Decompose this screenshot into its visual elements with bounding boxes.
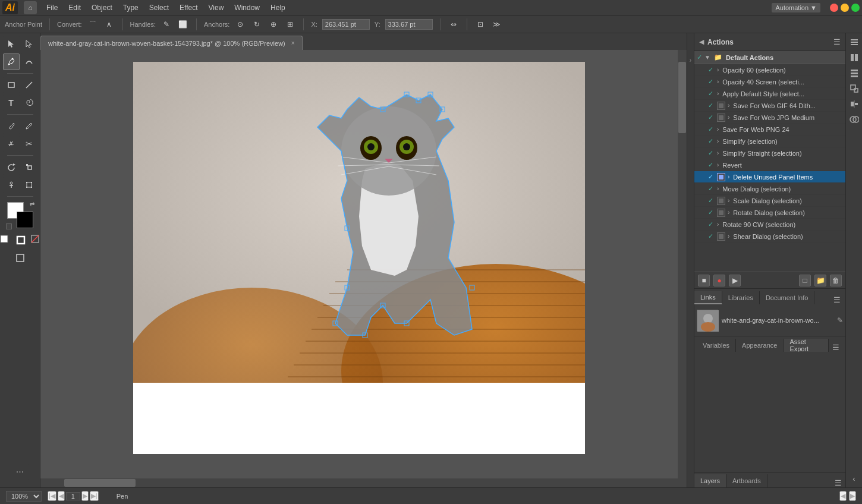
- transform-btn[interactable]: ⊡: [474, 18, 486, 30]
- menu-object[interactable]: Object: [87, 2, 117, 13]
- appearance-tab[interactable]: Appearance: [736, 339, 784, 352]
- more-tools-btn[interactable]: ···: [12, 464, 29, 480]
- puppet-warp-btn[interactable]: [3, 177, 20, 193]
- scale-tool-btn[interactable]: [21, 159, 37, 175]
- default-colors-icon[interactable]: [6, 223, 12, 229]
- convert-smooth-btn[interactable]: ⌒: [87, 18, 99, 30]
- curvature-tool-btn[interactable]: [21, 53, 37, 70]
- libraries-strip-btn[interactable]: [848, 51, 861, 64]
- swap-colors-icon[interactable]: ⇄: [30, 201, 34, 207]
- action-item-13[interactable]: ✓ › Rotate 90 CW (selection): [694, 219, 845, 231]
- scissors-tool-btn[interactable]: ✂: [21, 136, 37, 152]
- constrain-btn[interactable]: ⇔: [448, 18, 460, 30]
- action-item-0[interactable]: ✓ › Opacity 60 (selection): [694, 64, 845, 76]
- document-tab[interactable]: white-and-gray-cat-in-brown-woven-basket…: [40, 36, 303, 50]
- align-strip-btn[interactable]: [848, 97, 861, 111]
- eraser-tool-btn[interactable]: ✗: [3, 136, 20, 152]
- direct-selection-tool-btn[interactable]: [21, 36, 37, 52]
- fill-icon[interactable]: [0, 233, 11, 246]
- page-number-input[interactable]: [66, 492, 80, 500]
- free-transform-btn[interactable]: [21, 177, 37, 193]
- tab-close-btn[interactable]: ×: [291, 40, 295, 46]
- links-panel-menu-btn[interactable]: ☰: [829, 295, 845, 304]
- action-item-10[interactable]: ✓ › Move Dialog (selection): [694, 183, 845, 195]
- background-color[interactable]: [17, 212, 33, 228]
- first-page-btn[interactable]: |◀: [48, 491, 56, 501]
- action-item-1[interactable]: ✓ › Opacity 40 Screen (selecti...: [694, 76, 845, 88]
- action-item-4[interactable]: ✓ › Save For Web JPG Medium: [694, 112, 845, 124]
- pencil-tool-btn[interactable]: [21, 118, 37, 134]
- action-item-8[interactable]: ✓ › Revert: [694, 159, 845, 171]
- panel-collapse-strip[interactable]: ›: [687, 33, 694, 487]
- collapse-strip-btn[interactable]: ‹: [848, 472, 861, 485]
- paintbrush-tool-btn[interactable]: [3, 118, 20, 134]
- bottom-panel-menu-btn[interactable]: ☰: [829, 343, 843, 352]
- window-maximize-btn[interactable]: [851, 4, 860, 12]
- convert-corner-btn[interactable]: ∧: [103, 18, 115, 30]
- anchors-btn1[interactable]: ⊙: [234, 18, 246, 30]
- stroke-icon[interactable]: [14, 233, 27, 246]
- document-info-tab[interactable]: Document Info: [760, 291, 815, 304]
- anchors-btn3[interactable]: ⊕: [268, 18, 279, 30]
- home-icon[interactable]: ⌂: [24, 1, 37, 14]
- actions-group-header[interactable]: ✓ ▼ 📁 Default Actions: [694, 51, 845, 64]
- properties-strip-btn[interactable]: [848, 36, 861, 49]
- menu-view[interactable]: View: [204, 2, 229, 13]
- action-item-9[interactable]: ✓ › Delete Unused Panel Items: [694, 171, 845, 183]
- x-input[interactable]: [322, 19, 370, 30]
- record-btn[interactable]: ●: [713, 275, 725, 286]
- menu-effect[interactable]: Effect: [175, 2, 202, 13]
- new-set-btn[interactable]: 📁: [814, 275, 826, 286]
- menu-file[interactable]: File: [42, 2, 62, 13]
- selection-tool-btn[interactable]: [3, 36, 20, 52]
- actions-list-scroll[interactable]: ✓ ▼ 📁 Default Actions ✓ › Opacity 60 (se…: [694, 51, 845, 272]
- new-action-btn[interactable]: □: [799, 275, 811, 286]
- layers-strip-btn[interactable]: [848, 67, 861, 80]
- asset-export-tab[interactable]: Asset Export: [784, 339, 829, 352]
- libraries-tab[interactable]: Libraries: [722, 291, 760, 304]
- action-item-11[interactable]: ✓ › Scale Dialog (selection): [694, 195, 845, 207]
- anchors-rotate-btn[interactable]: ↻: [251, 18, 263, 30]
- variables-tab[interactable]: Variables: [697, 339, 736, 352]
- window-minimize-btn[interactable]: [841, 4, 849, 12]
- play-btn[interactable]: ▶: [729, 275, 741, 286]
- next-page-btn[interactable]: ▶: [81, 491, 89, 501]
- delete-action-btn[interactable]: 🗑: [830, 275, 842, 286]
- actions-panel-collapse-btn[interactable]: ◀: [699, 38, 704, 46]
- window-close-btn[interactable]: [830, 4, 838, 12]
- horizontal-scrollbar[interactable]: [40, 478, 678, 487]
- last-page-btn[interactable]: ▶|: [90, 491, 99, 501]
- workspace-selector[interactable]: Automation ▼: [772, 3, 820, 12]
- artboard[interactable]: [133, 62, 585, 454]
- pathfinder-strip-btn[interactable]: [848, 113, 861, 126]
- pen-tool-btn[interactable]: [3, 53, 20, 70]
- menu-edit[interactable]: Edit: [64, 2, 86, 13]
- artboards-tab[interactable]: Artboards: [726, 474, 767, 487]
- action-item-2[interactable]: ✓ › Apply Default Style (select...: [694, 88, 845, 100]
- menu-help[interactable]: Help: [266, 2, 290, 13]
- zoom-select[interactable]: 100%: [6, 491, 42, 502]
- action-item-5[interactable]: ✓ › Save For Web PNG 24: [694, 124, 845, 136]
- canvas-scroll-area[interactable]: [40, 50, 687, 487]
- action-item-12[interactable]: ✓ › Rotate Dialog (selection): [694, 207, 845, 219]
- anchors-grid-btn[interactable]: ⊞: [284, 18, 296, 30]
- action-item-7[interactable]: ✓ › Simplify Straight (selection): [694, 147, 845, 159]
- stop-btn[interactable]: ■: [698, 275, 710, 286]
- status-forward-btn[interactable]: ▶: [849, 491, 856, 501]
- handles-btn1[interactable]: ✎: [161, 18, 172, 30]
- links-tab[interactable]: Links: [694, 291, 722, 304]
- rectangle-tool-btn[interactable]: [3, 77, 20, 93]
- menu-select[interactable]: Select: [144, 2, 174, 13]
- menu-window[interactable]: Window: [229, 2, 265, 13]
- y-input[interactable]: [385, 19, 433, 30]
- menu-type[interactable]: Type: [118, 2, 143, 13]
- change-screen-mode-btn[interactable]: [12, 250, 29, 266]
- group-expand-icon[interactable]: ▼: [704, 54, 710, 61]
- action-item-14[interactable]: ✓ › Shear Dialog (selection): [694, 231, 845, 242]
- transform-strip-btn[interactable]: [848, 82, 861, 95]
- rotate-tool-btn[interactable]: [3, 159, 20, 175]
- actions-panel-menu-btn[interactable]: ☰: [833, 37, 841, 46]
- handles-btn2[interactable]: ⬜: [177, 18, 189, 30]
- vertical-scrollbar-thumb[interactable]: [678, 62, 686, 133]
- link-edit-btn[interactable]: ✎: [837, 316, 843, 325]
